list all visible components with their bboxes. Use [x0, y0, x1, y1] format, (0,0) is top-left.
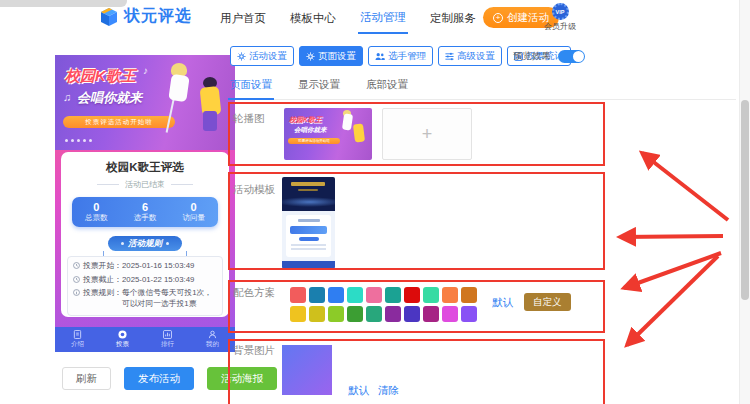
color-swatch[interactable]: [404, 287, 420, 303]
poster-ribbon: 投票评选活动开始啦: [63, 116, 175, 128]
color-default-link[interactable]: 默认: [492, 296, 513, 310]
app-window: 状元评选 用户首页 模板中心 活动管理 定制服务 帮助中心 + 创建活动 VIP…: [0, 0, 750, 404]
stat-visits: 0访问量: [169, 197, 218, 227]
carousel-thumb-ribbon: 投票评选活动开始啦: [288, 138, 340, 144]
subtab-page-settings[interactable]: 页面设置: [228, 74, 274, 100]
nav-item-templates[interactable]: 模板中心: [288, 2, 338, 33]
preview-effect-label: 预览效果: [513, 50, 551, 63]
subtab-display-settings[interactable]: 显示设置: [296, 74, 342, 99]
poster-subtitle: 会唱你就来: [77, 89, 142, 107]
music-note-icon: ♪: [143, 65, 148, 76]
info-icon: [73, 288, 83, 309]
annotation-arrow: [627, 256, 718, 345]
color-swatch[interactable]: [290, 306, 306, 322]
color-swatch[interactable]: [442, 306, 458, 322]
stats-bar: 0总票数 6选手数 0访问量: [72, 197, 218, 227]
color-swatch[interactable]: [328, 306, 344, 322]
color-swatch[interactable]: [461, 287, 477, 303]
nav-item-activities[interactable]: 活动管理: [358, 1, 408, 34]
color-swatch[interactable]: [385, 306, 401, 322]
gear-icon: [306, 52, 315, 61]
carousel-section-label: 轮播图: [233, 112, 265, 126]
carousel-thumb-title: 校园K歌王: [289, 115, 322, 125]
color-swatch[interactable]: [423, 287, 439, 303]
annotation-arrow: [642, 153, 728, 220]
background-clear-link[interactable]: 清除: [378, 384, 399, 398]
add-carousel-image-button[interactable]: +: [382, 108, 472, 160]
window-corner-strip: [0, 0, 127, 7]
template-section-label: 活动模板: [233, 183, 275, 197]
subtab-footer-settings[interactable]: 底部设置: [364, 74, 410, 99]
preview-info-card: 校园K歌王评选 活动已结束 0总票数 6选手数 0访问量 活动规则: [61, 152, 229, 317]
settings-subtabs: 页面设置 显示设置 底部设置: [228, 74, 736, 100]
mobile-preview-panel: ♪ 校园K歌王 ♫ 会唱你就来 投票评选活动开始啦 校园K歌王评选 活动已结束 …: [55, 55, 235, 352]
nav-item-custom-service[interactable]: 定制服务: [428, 2, 478, 33]
background-section-label: 背景图片: [233, 344, 275, 358]
annotation-arrow: [624, 253, 721, 288]
sliders-icon: [445, 52, 454, 61]
singer-graphic: [203, 111, 217, 131]
preview-tabbar: 介绍 投票 排行 我的: [55, 327, 235, 352]
carousel-thumb-subtitle: 会唱你就来: [294, 126, 327, 135]
music-note-icon: ♫: [63, 91, 71, 103]
plus-icon: +: [422, 124, 433, 145]
color-swatch[interactable]: [328, 287, 344, 303]
stat-total-votes: 0总票数: [72, 197, 121, 227]
rank-icon: [163, 330, 172, 339]
color-swatch[interactable]: [423, 306, 439, 322]
doc-icon: [73, 330, 82, 339]
gear-icon: [237, 52, 246, 61]
color-swatch[interactable]: [347, 306, 363, 322]
logo-cube-icon: [99, 7, 119, 27]
activity-settings-button[interactable]: 活动设置: [230, 46, 294, 66]
refresh-button[interactable]: 刷新: [62, 367, 111, 390]
color-swatch[interactable]: [385, 287, 401, 303]
vip-upgrade[interactable]: VIP 会员升级: [543, 3, 577, 32]
preview-effect-toggle[interactable]: [558, 50, 585, 63]
activity-rules-button[interactable]: 活动规则: [108, 236, 182, 251]
contestant-management-button[interactable]: 选手管理: [368, 46, 433, 66]
nav-item-home[interactable]: 用户首页: [218, 2, 268, 33]
action-buttons: 刷新 发布活动 活动海报: [62, 367, 277, 390]
color-swatch[interactable]: [309, 306, 325, 322]
activity-poster-button[interactable]: 活动海报: [207, 367, 277, 390]
carousel-image-thumbnail[interactable]: 校园K歌王 会唱你就来 投票评选活动开始啦: [284, 108, 372, 160]
vip-badge-icon: VIP: [552, 3, 569, 20]
color-swatch[interactable]: [290, 287, 306, 303]
background-default-link[interactable]: 默认: [348, 384, 369, 398]
plus-icon: +: [493, 13, 503, 23]
rule-vote-start: 投票开始： 2025-01-16 15:03:49: [73, 261, 217, 273]
color-swatch[interactable]: [461, 306, 477, 322]
color-swatch[interactable]: [404, 306, 420, 322]
color-swatch[interactable]: [366, 306, 382, 322]
rule-vote-end: 投票截止： 2025-01-22 15:03:49: [73, 275, 217, 287]
page-settings-button[interactable]: 页面设置: [299, 46, 363, 66]
color-custom-button[interactable]: 自定义: [524, 293, 571, 311]
singer-graphic: [168, 74, 189, 102]
tab-intro[interactable]: 介绍: [55, 327, 100, 352]
background-image-thumbnail[interactable]: [282, 345, 332, 395]
poster-title: 校园K歌王: [65, 67, 136, 86]
annotation-arrow: [620, 236, 723, 237]
scrollbar-track[interactable]: [739, 0, 750, 404]
publish-activity-button[interactable]: 发布活动: [124, 367, 194, 390]
rule-vote-policy: 投票规则： 每个微信号每天可投1次，可以对同一选手投1票: [73, 288, 217, 309]
tab-mine[interactable]: 我的: [190, 327, 235, 352]
user-icon: [208, 330, 217, 339]
color-scheme-section-label: 配色方案: [233, 286, 275, 300]
stat-contestants: 6选手数: [121, 197, 170, 227]
advanced-settings-button[interactable]: 高级设置: [438, 46, 502, 66]
color-swatches: [290, 287, 477, 325]
color-swatch[interactable]: [347, 287, 363, 303]
preview-effect-control: 预览效果: [513, 50, 585, 63]
preview-poster: ♪ 校园K歌王 ♫ 会唱你就来 投票评选活动开始啦: [55, 55, 235, 150]
activity-template-thumbnail[interactable]: [282, 177, 335, 269]
tab-ranking[interactable]: 排行: [145, 327, 190, 352]
tab-vote[interactable]: 投票: [100, 327, 145, 352]
activity-status: 活动已结束: [61, 179, 229, 190]
color-swatch[interactable]: [442, 287, 458, 303]
color-swatch[interactable]: [366, 287, 382, 303]
connector-lines: [85, 251, 205, 256]
scrollbar-thumb[interactable]: [741, 100, 749, 300]
color-swatch[interactable]: [309, 287, 325, 303]
